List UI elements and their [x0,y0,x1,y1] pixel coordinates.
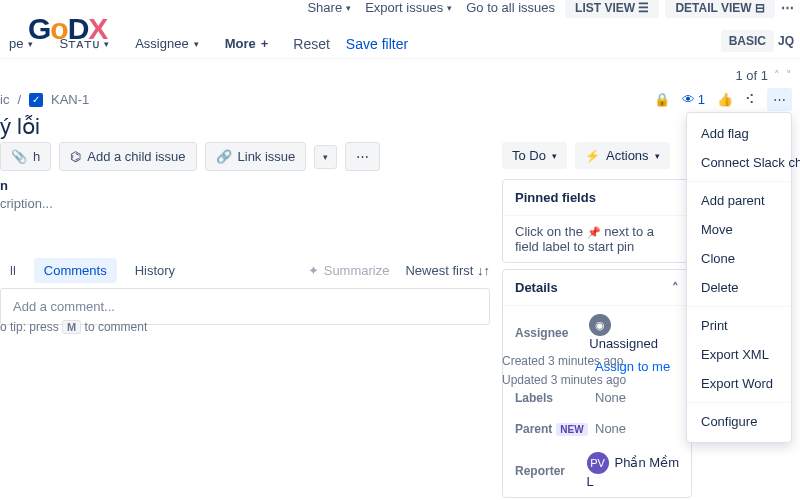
jql-mode[interactable]: JQ [778,34,794,48]
pager: 1 of 1 ˄ ˅ [735,68,792,83]
lock-icon[interactable]: 🔒 [654,92,670,107]
save-filter-button[interactable]: Save filter [346,36,408,52]
timestamps: Created 3 minutes ago Updated 3 minutes … [502,352,672,390]
menu-add-parent[interactable]: Add parent [687,186,791,215]
tree-icon: ⌬ [70,149,81,164]
summarize-button[interactable]: ✦ Summarize [308,263,390,278]
menu-delete[interactable]: Delete [687,273,791,302]
avatar-icon: ◉ [589,314,611,336]
description-placeholder[interactable]: cription... [0,196,53,211]
menu-export-xml[interactable]: Export XML [687,340,791,369]
top-actions: Share▾ Export issues▾ Go to all issues L… [303,0,794,19]
pin-icon: 📌 [587,226,601,238]
issue-title[interactable]: ý lỗi [0,114,40,140]
attach-icon: 📎 [11,149,27,164]
more-icon[interactable]: ⋯ [781,0,794,15]
more-actions-menu: Add flag Connect Slack channel Add paren… [686,112,792,443]
menu-configure[interactable]: Configure [687,407,791,436]
attach-button[interactable]: 📎h [0,142,51,171]
project-crumb[interactable]: ic [0,92,9,107]
status-dropdown[interactable]: To Do ▾ [502,142,567,169]
pinned-fields-card: Pinned fields Click on the 📌 next to a f… [502,179,692,263]
more-actions-icon[interactable]: ⋯ [767,88,792,111]
menu-export-word[interactable]: Export Word [687,369,791,398]
list-view-toggle[interactable]: LIST VIEW ☰ [565,0,659,18]
link-issue-button[interactable]: 🔗Link issue [205,142,307,171]
assignee-filter[interactable]: Assignee▾ [126,30,207,57]
issue-more-button[interactable]: ⋯ [345,142,380,171]
issue-iconbar: 🔒 👁 1 👍 ⠪ ⋯ [654,88,792,111]
share-icon[interactable]: ⠪ [745,92,755,107]
right-panel: To Do ▾ Actions ▾ Pinned fields Click on… [502,142,692,498]
pager-down-icon[interactable]: ˅ [786,69,792,82]
tab-all[interactable]: ll [0,258,26,283]
menu-add-flag[interactable]: Add flag [687,119,791,148]
basic-mode[interactable]: BASIC [721,30,774,52]
reset-button[interactable]: Reset [293,36,330,52]
chevron-down-icon[interactable]: ˄ [672,280,679,295]
reporter-field[interactable]: Reporter PVPhần Mềm L [503,444,691,497]
share-link[interactable]: Share▾ [303,0,355,19]
like-icon[interactable]: 👍 [717,92,733,107]
export-issues-link[interactable]: Export issues▾ [361,0,456,19]
issue-actions: 📎h ⌬Add a child issue 🔗Link issue ▾ ⋯ [0,142,380,171]
breadcrumb: ic / ✓ KAN-1 [0,92,89,107]
actions-dropdown[interactable]: Actions ▾ [575,142,670,169]
sort-button[interactable]: Newest first ↓↑ [405,263,490,278]
detail-view-toggle[interactable]: DETAIL VIEW ⊟ [665,0,775,18]
menu-clone[interactable]: Clone [687,244,791,273]
add-child-button[interactable]: ⌬Add a child issue [59,142,196,171]
goto-all-issues-link[interactable]: Go to all issues [462,0,559,19]
pager-up-icon[interactable]: ˄ [774,69,780,82]
menu-connect-slack[interactable]: Connect Slack channel [687,148,791,177]
reporter-avatar: PV [587,452,609,474]
logo: GoDX [28,12,107,46]
watch-icon[interactable]: 👁 1 [682,92,705,107]
tab-history[interactable]: History [125,258,185,283]
pro-tip: o tip: press M to comment [0,320,147,334]
issue-key[interactable]: KAN-1 [51,92,89,107]
link-dropdown[interactable]: ▾ [314,145,337,169]
activity-tabs: ll Comments History ✦ Summarize Newest f… [0,258,490,283]
tab-comments[interactable]: Comments [34,258,117,283]
more-filters[interactable]: More + [216,30,278,57]
link-icon: 🔗 [216,149,232,164]
divider [0,58,800,59]
description-heading: n [0,178,8,193]
menu-move[interactable]: Move [687,215,791,244]
menu-print[interactable]: Print [687,311,791,340]
issue-type-icon: ✓ [29,93,43,107]
parent-field[interactable]: ParentNEW None [503,413,691,444]
query-mode: BASIC JQ [721,30,794,52]
